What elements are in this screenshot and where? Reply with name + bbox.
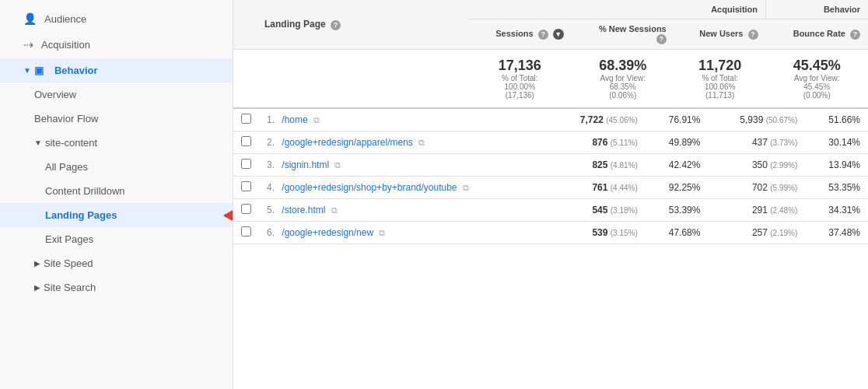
sessions-pct: (45.06%)	[606, 116, 638, 124]
copy-icon[interactable]: ⧉	[418, 138, 425, 147]
sessions-value: 545	[592, 205, 607, 216]
copy-icon[interactable]: ⧉	[334, 160, 341, 170]
row-sessions: 876 (5.11%)	[548, 131, 646, 154]
row-bounce-rate: 30.14%	[805, 131, 868, 154]
sessions-pct: (3.18%)	[611, 206, 638, 215]
row-checkbox-cell[interactable]	[233, 177, 259, 199]
page-link[interactable]: /google+redesign/new	[282, 227, 373, 238]
page-link[interactable]: /store.html	[282, 205, 325, 216]
sidebar-item-behavior-flow[interactable]: Behavior Flow	[0, 107, 233, 131]
row-new-sessions: 49.89%	[646, 131, 709, 154]
sidebar-item-site-search[interactable]: ▶ Site Search	[0, 275, 233, 300]
sidebar-item-site-content[interactable]: ▼ site-content	[0, 131, 233, 155]
row-checkbox-cell[interactable]	[233, 199, 259, 222]
svg-marker-1	[223, 210, 233, 221]
row-new-sessions: 47.68%	[646, 222, 709, 244]
sidebar-item-audience[interactable]: 👤 Audience	[0, 6, 233, 31]
sessions-pct: (4.81%)	[611, 161, 638, 170]
behavior-icon: ▣	[34, 65, 44, 76]
landing-page-help-icon[interactable]: ?	[331, 20, 341, 30]
landing-page-header: Landing Page ?	[257, 0, 468, 50]
sidebar-item-content-drilldown[interactable]: Content Drilldown	[0, 179, 233, 203]
row-number: 6.	[267, 227, 275, 238]
table-row: 1. /home ⧉ 7,722 (45.06%) 76.91% 5,939 (…	[233, 109, 868, 131]
sessions-value: 7,722	[580, 114, 604, 125]
row-new-sessions: 53.39%	[646, 199, 709, 222]
sessions-value: 761	[592, 182, 607, 193]
row-new-sessions: 92.25%	[646, 177, 709, 199]
new-sessions-help-icon[interactable]: ?	[656, 34, 667, 44]
row-sessions: 539 (3.15%)	[548, 222, 646, 244]
row-new-users: 257 (2.19%)	[708, 222, 805, 244]
new-sessions-col-header: % New Sessions ?	[572, 19, 674, 50]
main-content: Landing Page ? Acquisition Behavior Sess…	[233, 0, 868, 389]
row-checkbox[interactable]	[241, 136, 251, 146]
row-checkbox-cell[interactable]	[233, 154, 259, 177]
copy-icon[interactable]: ⧉	[331, 205, 338, 215]
row-page-cell: 3. /signin.html ⧉	[259, 154, 548, 177]
row-checkbox-cell[interactable]	[233, 222, 259, 244]
sidebar-item-exit-pages[interactable]: Exit Pages	[0, 227, 233, 251]
row-bounce-rate: 34.31%	[805, 199, 868, 222]
sidebar-item-all-pages[interactable]: All Pages	[0, 155, 233, 179]
bounce-rate-help-icon[interactable]: ?	[850, 30, 860, 40]
row-page-cell: 1. /home ⧉	[259, 109, 548, 131]
new-users-help-icon[interactable]: ?	[748, 30, 758, 40]
row-new-users: 350 (2.99%)	[708, 154, 805, 177]
row-checkbox[interactable]	[241, 181, 251, 191]
table-row: 5. /store.html ⧉ 545 (3.18%) 53.39% 291 …	[233, 199, 868, 222]
sidebar-item-overview[interactable]: Overview	[0, 82, 233, 107]
sessions-sort-icon[interactable]: ▼	[553, 29, 564, 40]
new-users-pct: (50.67%)	[766, 116, 798, 124]
row-number: 5.	[267, 205, 275, 216]
row-checkbox[interactable]	[241, 114, 251, 124]
behavior-expand-icon: ▼	[23, 66, 31, 75]
sessions-value: 825	[592, 159, 607, 170]
table-row: 4. /google+redesign/shop+by+brand/youtub…	[233, 177, 868, 199]
row-number: 3.	[267, 159, 275, 170]
summary-new-users: 11,720 % of Total: 100.06% (11,713)	[674, 50, 766, 109]
copy-icon[interactable]: ⧉	[463, 183, 469, 192]
row-number: 4.	[267, 182, 275, 193]
page-link[interactable]: /google+redesign/apparel/mens	[282, 137, 412, 148]
row-number: 2.	[267, 137, 275, 148]
row-checkbox-cell[interactable]	[233, 131, 259, 154]
sidebar-item-acquisition[interactable]: ⇢ Acquisition	[0, 31, 233, 58]
acquisition-icon: ⇢	[23, 37, 33, 52]
page-link[interactable]: /signin.html	[282, 159, 329, 170]
row-checkbox[interactable]	[241, 159, 251, 169]
sessions-pct: (4.44%)	[611, 184, 638, 192]
summary-new-sessions: 68.39% Avg for View: 68.35% (0.06%)	[572, 50, 674, 109]
red-arrow-annotation	[217, 202, 233, 230]
row-checkbox[interactable]	[241, 226, 251, 237]
sessions-help-icon[interactable]: ?	[538, 30, 548, 40]
sidebar-item-landing-pages[interactable]: Landing Pages	[0, 203, 233, 227]
data-table: Landing Page ? Acquisition Behavior Sess…	[233, 0, 868, 109]
row-bounce-rate: 53.35%	[805, 177, 868, 199]
sessions-col-header: Sessions ? ▼	[468, 19, 572, 50]
sessions-value: 539	[592, 227, 607, 238]
new-users-pct: (2.99%)	[770, 161, 797, 170]
row-sessions: 761 (4.44%)	[548, 177, 646, 199]
copy-icon[interactable]: ⧉	[379, 228, 385, 237]
page-link[interactable]: /google+redesign/shop+by+brand/youtube	[282, 182, 457, 193]
site-search-arrow-icon: ▶	[34, 283, 40, 292]
row-new-users: 437 (3.73%)	[708, 131, 805, 154]
row-checkbox[interactable]	[241, 204, 251, 214]
new-users-col-header: New Users ?	[674, 19, 766, 50]
row-checkbox-cell[interactable]	[233, 109, 259, 131]
site-speed-arrow-icon: ▶	[34, 259, 40, 268]
copy-icon[interactable]: ⧉	[313, 115, 320, 124]
sessions-value: 876	[592, 137, 607, 148]
summary-row: 17,136 % of Total: 100.00% (17,136) 68.3…	[233, 50, 868, 109]
row-sessions: 545 (3.18%)	[548, 199, 646, 222]
col-check-header	[233, 0, 257, 50]
sidebar-item-behavior[interactable]: ▼ ▣ behavior	[0, 58, 233, 82]
page-link[interactable]: /home	[282, 114, 307, 125]
row-new-sessions: 42.42%	[646, 154, 709, 177]
row-sessions: 7,722 (45.06%)	[548, 109, 646, 131]
bounce-rate-col-header: Bounce Rate ?	[766, 19, 868, 50]
row-new-sessions: 76.91%	[646, 109, 709, 131]
new-users-pct: (3.73%)	[770, 138, 797, 147]
sidebar-item-site-speed[interactable]: ▶ Site Speed	[0, 251, 233, 275]
